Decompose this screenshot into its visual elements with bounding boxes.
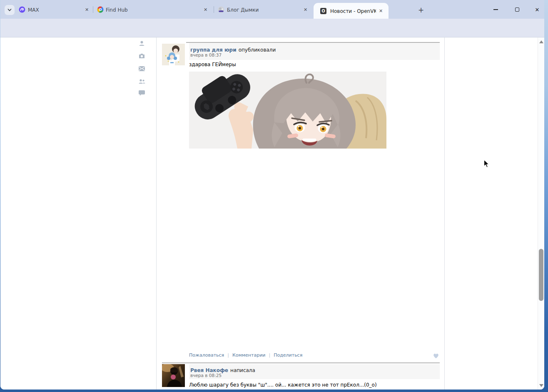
sidebar-item-messages[interactable] bbox=[138, 65, 145, 72]
post-date[interactable]: вчера в 08:37 bbox=[190, 52, 222, 57]
sidebar-item-photos[interactable] bbox=[138, 52, 145, 60]
minimize-icon bbox=[493, 9, 498, 10]
new-tab-button[interactable]: + bbox=[416, 5, 426, 15]
feed-right-divider bbox=[444, 37, 445, 390]
post-header: Рвея Накофе написала вчера в 08:25 bbox=[189, 364, 440, 379]
report-link[interactable]: Пожаловаться bbox=[189, 352, 224, 358]
post-author-avatar[interactable] bbox=[162, 44, 185, 65]
post-verb: написала bbox=[230, 367, 255, 373]
findhub-favicon-icon bbox=[97, 6, 104, 13]
tab-close-button[interactable]: ✕ bbox=[302, 6, 309, 13]
maximize-button[interactable] bbox=[512, 4, 523, 15]
post-image[interactable] bbox=[189, 72, 386, 149]
sidebar-item-friends[interactable] bbox=[138, 78, 145, 85]
chat-bubble-icon bbox=[139, 90, 145, 96]
tab-blog[interactable]: Блог Дымки ✕ bbox=[215, 3, 312, 16]
openvk-favicon-icon: O bbox=[320, 8, 326, 14]
tab-max[interactable]: MAX ✕ bbox=[15, 3, 91, 16]
person-icon bbox=[139, 40, 145, 47]
post-date[interactable]: вчера в 08:25 bbox=[190, 373, 222, 378]
tab-openvk-active[interactable]: O Новости - OpenVK ✕ bbox=[314, 3, 389, 19]
tab-search-button[interactable] bbox=[5, 5, 15, 15]
post-author-link[interactable]: Рвея Накофе bbox=[190, 367, 228, 373]
envelope-icon bbox=[139, 66, 145, 71]
post-top-border bbox=[162, 362, 440, 363]
max-favicon-icon bbox=[19, 6, 25, 13]
page-scrollbar[interactable] bbox=[538, 37, 544, 390]
post-text: Люблю шарагу без буквы "ш".... ой... каж… bbox=[189, 382, 439, 388]
action-separator: | bbox=[227, 352, 229, 358]
tab-title: Блог Дымки bbox=[227, 7, 294, 13]
maximize-icon bbox=[515, 7, 519, 12]
tab-close-button[interactable]: ✕ bbox=[202, 6, 209, 13]
tab-close-button[interactable]: ✕ bbox=[377, 7, 384, 15]
tab-title: Find Hub bbox=[106, 7, 189, 13]
tab-strip: MAX ✕ Find Hub ✕ bbox=[0, 0, 544, 19]
people-icon bbox=[139, 79, 145, 84]
scrollbar-thumb[interactable] bbox=[539, 249, 543, 301]
tab-close-button[interactable]: ✕ bbox=[83, 6, 90, 13]
tab-separator bbox=[93, 6, 93, 13]
post-verb: опубликовали bbox=[239, 47, 276, 53]
sidebar-item-feedback[interactable] bbox=[138, 89, 145, 97]
blog-favicon-icon bbox=[218, 6, 224, 13]
close-window-button[interactable]: ✕ bbox=[532, 4, 543, 15]
post-text: здарова ГЕЙмеры bbox=[189, 62, 236, 67]
comments-link[interactable]: Комментарии bbox=[232, 352, 266, 358]
scroll-up-arrow[interactable] bbox=[539, 40, 543, 43]
browser-window: MAX ✕ Find Hub ✕ bbox=[0, 0, 544, 390]
tab-findhub[interactable]: Find Hub ✕ bbox=[95, 3, 212, 16]
post-author-link[interactable]: группа для юри bbox=[190, 47, 237, 53]
mouse-cursor bbox=[483, 159, 490, 168]
like-heart-icon[interactable] bbox=[433, 353, 439, 359]
tab-title: Новости - OpenVK bbox=[330, 8, 376, 14]
chevron-down-icon bbox=[7, 7, 12, 12]
action-separator: | bbox=[269, 352, 270, 358]
page-content: группа для юри опубликовали вчера в 08:3… bbox=[0, 37, 544, 390]
camera-icon bbox=[139, 53, 145, 59]
browser-toolbar: ovk.to/feed/all bbox=[0, 19, 544, 37]
scroll-down-arrow[interactable] bbox=[539, 384, 543, 387]
share-link[interactable]: Поделиться bbox=[274, 352, 302, 358]
sidebar-item-profile[interactable] bbox=[138, 40, 145, 47]
feed-left-divider bbox=[156, 37, 157, 390]
post-actions: Пожаловаться | Комментарии | Поделиться bbox=[189, 352, 302, 358]
post-header: группа для юри опубликовали вчера в 08:3… bbox=[189, 43, 440, 60]
tab-separator bbox=[214, 6, 214, 13]
post-author-avatar[interactable] bbox=[162, 364, 185, 387]
tab-title: MAX bbox=[28, 7, 78, 13]
minimize-button[interactable] bbox=[490, 4, 501, 15]
